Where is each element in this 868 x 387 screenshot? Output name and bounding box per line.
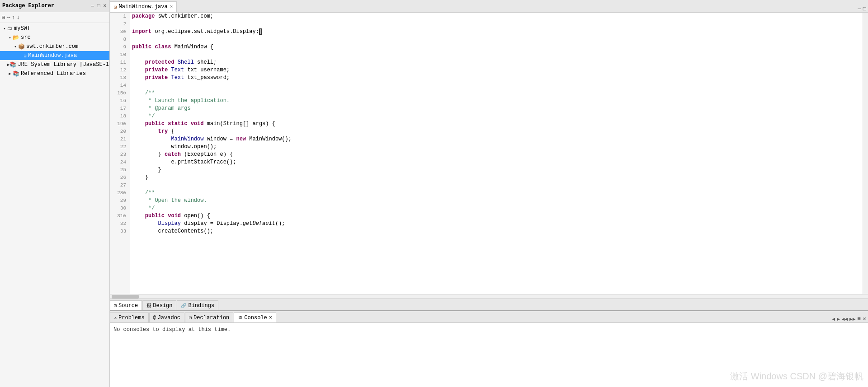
tab-close-icon[interactable]: × [170, 4, 173, 9]
tree-label: swt.cnkimber.com [26, 43, 78, 50]
line-num-20: 20 [112, 128, 126, 135]
tab-declaration[interactable]: ⊡ Declaration [185, 312, 233, 322]
code-content: 1 2 3⊖ 8 9 10 11 12 13 14 15⊖ 16 17 18 1… [110, 13, 868, 294]
tree-item-myswt[interactable]: ▾ 🗂 mySWT [0, 24, 109, 33]
tree-item-package[interactable]: ▾ 📦 swt.cnkimber.com [0, 42, 109, 51]
code-line-9: public class MainWindow { [132, 43, 861, 51]
tab-design[interactable]: 🖼 Design [142, 300, 176, 310]
editor-window-controls: — □ [856, 6, 868, 12]
line-num-12: 12 [112, 66, 126, 74]
problems-label: Problems [118, 315, 145, 321]
code-line-25: } [132, 166, 861, 174]
tree-item-src[interactable]: ▾ 📂 src [0, 33, 109, 42]
nav-prev-icon[interactable]: ◀ [832, 316, 835, 322]
code-line-18: */ [132, 112, 861, 120]
code-lines: package swt.cnkimber.com; import org.ecl… [130, 13, 863, 294]
code-line-23: } catch (Exception e) { [132, 151, 861, 159]
code-line-8 [132, 36, 861, 43]
line-num-2: 2 [112, 20, 126, 28]
line-num-28: 28⊖ [112, 189, 126, 197]
line-num-26: 26 [112, 174, 126, 182]
tree-label: src [21, 34, 31, 41]
right-scrollbar[interactable] [863, 13, 868, 294]
package-icon: 📦 [18, 43, 25, 50]
console-message: No consoles to display at this time. [113, 326, 231, 333]
code-line-11: protected Shell shell; [132, 59, 861, 66]
editor-minimize-icon[interactable]: — [858, 6, 861, 12]
line-num-11: 11 [112, 59, 126, 66]
sidebar-close-icon[interactable]: × [102, 3, 107, 9]
tab-console[interactable]: 🖥 Console × [234, 312, 276, 322]
line-num-9: 9 [112, 43, 126, 51]
line-num-21: 21 [112, 135, 126, 143]
editor-maximize-icon[interactable]: □ [863, 6, 866, 12]
line-num-23: 23 [112, 151, 126, 159]
line-num-30: 30 [112, 205, 126, 212]
bindings-tab-label: Bindings [188, 303, 214, 309]
console-close-icon[interactable]: × [269, 315, 272, 321]
nav-down-icon[interactable]: ↓ [16, 14, 20, 21]
nav-up-icon[interactable]: ↑ [12, 14, 15, 21]
javadoc-icon: @ [153, 315, 156, 320]
tree-item-jre[interactable]: ▶ 📚 JRE System Library [JavaSE-1... [0, 60, 109, 69]
code-line-10 [132, 51, 861, 59]
tree-item-mainwindow[interactable]: ☕ MainWindow.java [0, 51, 109, 60]
tab-source[interactable]: ⊡ Source [110, 300, 142, 310]
code-line-17: * @param args [132, 105, 861, 112]
bottom-panel: ⚠ Problems @ Javadoc ⊡ Declaration 🖥 Con… [110, 310, 868, 387]
line-num-13: 13 [112, 74, 126, 82]
sidebar-minimize-icon[interactable]: — [90, 3, 95, 9]
code-line-28: /** [132, 189, 861, 197]
code-line-26: } [132, 174, 861, 182]
scrollbar-thumb[interactable] [112, 295, 139, 298]
code-line-30: */ [132, 205, 861, 212]
nav-next2-icon[interactable]: ▶▶ [849, 316, 855, 322]
nav-prev2-icon[interactable]: ◀◀ [842, 316, 848, 322]
line-num-8: 8 [112, 36, 126, 43]
bottom-panel-tabs: ⚠ Problems @ Javadoc ⊡ Declaration 🖥 Con… [110, 311, 868, 323]
reflibs-icon: 📚 [13, 70, 19, 77]
nav-next-icon[interactable]: ▶ [837, 316, 840, 322]
library-icon: 📚 [9, 61, 16, 68]
arrow-icon: ▾ [7, 35, 13, 40]
bottom-panel-toolbar: ◀ ▶ ◀◀ ▶▶ ≡ ✕ [832, 315, 868, 322]
project-icon: 🗂 [7, 25, 13, 32]
arrow-icon: ▶ [7, 71, 13, 76]
code-line-16: * Launch the application. [132, 97, 861, 105]
code-line-21: MainWindow window = new MainWindow(); [132, 135, 861, 143]
horizontal-scrollbar[interactable] [110, 294, 868, 298]
declaration-icon: ⊡ [189, 315, 192, 321]
line-num-1: 1 [112, 13, 126, 20]
code-editor[interactable]: 1 2 3⊖ 8 9 10 11 12 13 14 15⊖ 16 17 18 1… [110, 13, 868, 294]
tree-label: MainWindow.java [28, 52, 77, 59]
line-num-10: 10 [112, 51, 126, 59]
tab-problems[interactable]: ⚠ Problems [110, 312, 149, 322]
code-line-31: public void open() { [132, 212, 861, 220]
console-icon: 🖥 [238, 315, 242, 321]
tab-javadoc[interactable]: @ Javadoc [149, 312, 184, 322]
line-num-24: 24 [112, 159, 126, 166]
sidebar-header-icons: — □ × [90, 3, 107, 9]
problems-icon: ⚠ [114, 315, 117, 321]
line-num-29: 29 [112, 197, 126, 205]
link-with-editor-icon[interactable]: ↔ [7, 14, 10, 21]
line-num-17: 17 [112, 105, 126, 112]
code-line-3: import org.eclipse.swt.widgets.Display;| [132, 28, 861, 36]
panel-menu-icon[interactable]: ≡ [857, 316, 861, 322]
line-numbers: 1 2 3⊖ 8 9 10 11 12 13 14 15⊖ 16 17 18 1… [110, 13, 130, 294]
line-num-27: 27 [112, 182, 126, 189]
sidebar-header: Package Explorer — □ × [0, 0, 109, 12]
line-num-33: 33 [112, 228, 126, 235]
code-line-12: private Text txt_username; [132, 66, 861, 74]
editor-bottom-tabs: ⊡ Source 🖼 Design 🔗 Bindings [110, 298, 868, 310]
sidebar-title: Package Explorer [2, 3, 90, 9]
tab-bindings[interactable]: 🔗 Bindings [177, 300, 218, 310]
sidebar-maximize-icon[interactable]: □ [96, 3, 101, 9]
collapse-all-icon[interactable]: ⊟ [2, 14, 5, 21]
code-line-29: * Open the window. [132, 197, 861, 205]
panel-close-icon[interactable]: ✕ [863, 315, 866, 322]
tree-item-reflibs[interactable]: ▶ 📚 Referenced Libraries [0, 69, 109, 78]
tab-mainwindow[interactable]: ⊡ MainWindow.java × [110, 1, 177, 12]
code-line-14 [132, 82, 861, 89]
line-num-14: 14 [112, 82, 126, 89]
